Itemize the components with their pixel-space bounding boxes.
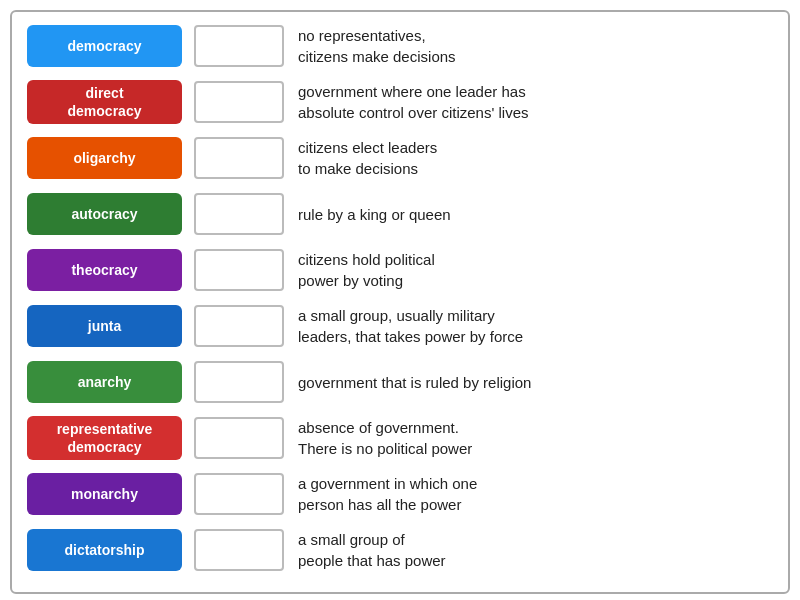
match-row: monarchya government in which one person… [27,470,773,518]
definition-theocracy: citizens hold political power by voting [298,249,435,291]
match-box-direct-democracy[interactable] [194,81,284,123]
match-box-dictatorship[interactable] [194,529,284,571]
match-box-anarchy[interactable] [194,361,284,403]
definition-autocracy: rule by a king or queen [298,204,451,225]
term-monarchy[interactable]: monarchy [27,473,182,515]
term-oligarchy[interactable]: oligarchy [27,137,182,179]
term-direct-democracy[interactable]: direct democracy [27,80,182,124]
match-row: representative democracyabsence of gover… [27,414,773,462]
match-row: oligarchycitizens elect leaders to make … [27,134,773,182]
definition-oligarchy: citizens elect leaders to make decisions [298,137,437,179]
definition-direct-democracy: government where one leader has absolute… [298,81,528,123]
definition-monarchy: a government in which one person has all… [298,473,477,515]
match-row: direct democracygovernment where one lea… [27,78,773,126]
definition-anarchy: government that is ruled by religion [298,372,531,393]
match-row: autocracyrule by a king or queen [27,190,773,238]
match-row: dictatorshipa small group of people that… [27,526,773,574]
term-anarchy[interactable]: anarchy [27,361,182,403]
definition-democracy: no representatives, citizens make decisi… [298,25,456,67]
matching-activity: democracyno representatives, citizens ma… [10,10,790,594]
term-theocracy[interactable]: theocracy [27,249,182,291]
term-autocracy[interactable]: autocracy [27,193,182,235]
term-representative-democracy[interactable]: representative democracy [27,416,182,460]
match-box-monarchy[interactable] [194,473,284,515]
match-box-theocracy[interactable] [194,249,284,291]
match-box-junta[interactable] [194,305,284,347]
match-box-democracy[interactable] [194,25,284,67]
match-row: theocracycitizens hold political power b… [27,246,773,294]
term-dictatorship[interactable]: dictatorship [27,529,182,571]
definition-representative-democracy: absence of government. There is no polit… [298,417,472,459]
match-box-representative-democracy[interactable] [194,417,284,459]
match-row: anarchygovernment that is ruled by relig… [27,358,773,406]
definition-dictatorship: a small group of people that has power [298,529,446,571]
match-box-oligarchy[interactable] [194,137,284,179]
term-junta[interactable]: junta [27,305,182,347]
match-row: juntaa small group, usually military lea… [27,302,773,350]
match-box-autocracy[interactable] [194,193,284,235]
definition-junta: a small group, usually military leaders,… [298,305,523,347]
term-democracy[interactable]: democracy [27,25,182,67]
match-row: democracyno representatives, citizens ma… [27,22,773,70]
